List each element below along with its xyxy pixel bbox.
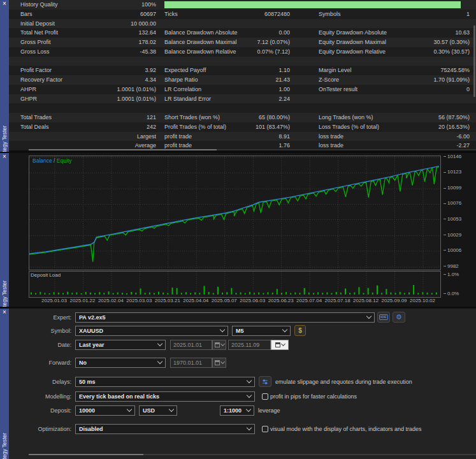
- delays-dropdown[interactable]: 50 ms: [75, 377, 255, 387]
- x-axis-date-label: 2025.07.18: [325, 298, 350, 303]
- stat-label: [156, 0, 164, 10]
- profit-in-pips-label: profit in pips for faster calculations: [270, 393, 357, 400]
- stat-label: Balance Drawdown Absolute: [164, 28, 249, 38]
- stat-label: [290, 38, 319, 47]
- forward-label: Forward:: [9, 360, 71, 366]
- y-axis-tick-label: 10123: [444, 169, 461, 175]
- close-icon[interactable]: ×: [0, 0, 9, 8]
- stats-vertical-scrollbar[interactable]: [473, 26, 475, 97]
- date-from-field[interactable]: 2025.01.01: [170, 340, 212, 350]
- expert-dropdown[interactable]: PA v2.ex5: [75, 312, 375, 323]
- close-icon[interactable]: ×: [0, 153, 9, 161]
- stat-label: [290, 28, 319, 38]
- stat-value: 8.91: [249, 132, 290, 142]
- stat-value: 101 (83.47%): [249, 122, 290, 132]
- axis-tick: [444, 203, 446, 204]
- visual-mode-label: visual mode with the display of charts, …: [270, 426, 422, 432]
- stat-label: Balance Drawdown Maximal: [164, 38, 249, 47]
- deposit-load-canvas: [29, 272, 439, 296]
- splitter-thumb[interactable]: [29, 454, 143, 455]
- settings-splitter[interactable]: [29, 454, 476, 455]
- deposit-amount-dropdown[interactable]: 10000: [75, 405, 135, 416]
- date-range-dropdown[interactable]: Last year: [75, 340, 166, 350]
- forward-dropdown[interactable]: No: [75, 358, 166, 368]
- stat-value: 10 000.00: [116, 19, 156, 29]
- stat-label: [164, 57, 249, 66]
- scrollbar-thumb[interactable]: [29, 149, 217, 150]
- stat-label: [20, 132, 116, 142]
- stat-label: Sharpe Ratio: [164, 75, 249, 85]
- date-label: Date:: [9, 342, 71, 348]
- x-axis-date-label: 2025.03.21: [155, 298, 180, 303]
- stat-value: 0.07% (7.12): [249, 47, 290, 57]
- expert-properties-button[interactable]: ⚙: [393, 312, 405, 323]
- stats-row: Gross Profit178.02Balance Drawdown Maxim…: [9, 38, 476, 47]
- load-axis-tick-label: 0.0%: [444, 291, 459, 296]
- close-icon[interactable]: ×: [0, 309, 9, 316]
- x-axis-date-label: 2025.06.03: [240, 298, 265, 303]
- latency-settings-button[interactable]: [259, 376, 271, 387]
- stat-value: 242: [116, 122, 156, 132]
- stats-horizontal-scrollbar[interactable]: [29, 149, 476, 150]
- panel-tab-graph[interactable]: × Strategy Tester: [0, 153, 9, 307]
- deposit-load-label: Deposit Load: [31, 272, 61, 278]
- stat-value: [249, 57, 290, 66]
- stats-row: GHPR1.0001 (0.01%)LR Standard Error2.24: [9, 94, 476, 104]
- stat-label: History Quality: [20, 0, 116, 10]
- stat-value: [414, 103, 470, 113]
- optimization-dropdown[interactable]: Disabled: [75, 424, 255, 434]
- stats-row: Bars60697Ticks60872480Symbols1: [9, 10, 476, 19]
- stat-value: [249, 19, 290, 29]
- deposit-label: Deposit:: [9, 407, 71, 414]
- stat-label: [20, 57, 116, 66]
- stat-label: loss trade: [319, 132, 414, 142]
- stat-label: [319, 94, 414, 104]
- date-to-field[interactable]: 2025.11.09: [228, 340, 271, 350]
- modelling-dropdown[interactable]: Every tick based on real ticks: [75, 391, 255, 402]
- date-from-calendar-button[interactable]: [212, 340, 226, 350]
- stat-label: Initial Deposit: [20, 19, 116, 29]
- forward-date-field[interactable]: 1970.01.01: [170, 358, 212, 368]
- stat-value: [249, 103, 290, 113]
- delays-note: emulate slippage and requotes during tra…: [275, 379, 412, 385]
- stat-label: [319, 103, 414, 113]
- optimization-label: Optimization:: [9, 426, 71, 432]
- stat-label: [319, 57, 414, 66]
- stat-value: 132.64: [116, 28, 156, 38]
- stat-label: Symbols: [319, 10, 414, 19]
- x-axis-date-label: 2025.01.22: [69, 298, 95, 303]
- stat-label: Z-Score: [319, 75, 414, 85]
- stat-value: 1.00: [249, 85, 290, 94]
- visual-mode-checkbox[interactable]: [262, 426, 268, 432]
- stat-label: Short Trades (won %): [164, 113, 249, 122]
- timeframe-dropdown[interactable]: M5: [232, 326, 291, 336]
- x-axis-date-label: 2025.08.12: [353, 298, 379, 303]
- stat-label: Gross Profit: [20, 38, 116, 47]
- symbol-dropdown[interactable]: XAUUSD: [75, 326, 228, 336]
- stat-value: -6.00: [414, 132, 470, 142]
- chart-legend: Balance / Equity: [32, 157, 71, 164]
- symbol-properties-button[interactable]: $: [294, 325, 306, 336]
- chevron-down-icon: [220, 341, 224, 346]
- y-axis-tick-label: 10099: [444, 185, 461, 191]
- date-to-calendar-button[interactable]: [271, 340, 289, 350]
- deposit-currency-dropdown[interactable]: USD: [139, 405, 177, 416]
- axis-tick: [444, 172, 446, 173]
- stat-label: Total Net Profit: [20, 28, 116, 38]
- stats-row: Initial Deposit10 000.00: [9, 19, 476, 29]
- panel-tab-label: Strategy Tester: [1, 126, 8, 152]
- stat-label: Loss Trades (% of total): [319, 122, 414, 132]
- axis-tick: [444, 156, 446, 157]
- leverage-dropdown[interactable]: 1:1000: [220, 405, 254, 416]
- stat-label: Equity Drawdown Maximal: [319, 38, 414, 47]
- ide-button[interactable]: IDE: [377, 312, 390, 323]
- panel-tab-settings[interactable]: × Strategy Tester: [0, 309, 9, 459]
- stat-value: 0.00: [249, 28, 290, 38]
- forward-date-calendar-button[interactable]: [212, 358, 226, 368]
- stat-label: [290, 132, 319, 142]
- stat-label: Ticks: [164, 10, 249, 19]
- profit-in-pips-checkbox[interactable]: [262, 393, 268, 400]
- stat-label: Recovery Factor: [20, 75, 116, 85]
- stat-value: 30.57 (0.30%): [414, 38, 470, 47]
- panel-tab-results[interactable]: × Strategy Tester: [0, 0, 9, 152]
